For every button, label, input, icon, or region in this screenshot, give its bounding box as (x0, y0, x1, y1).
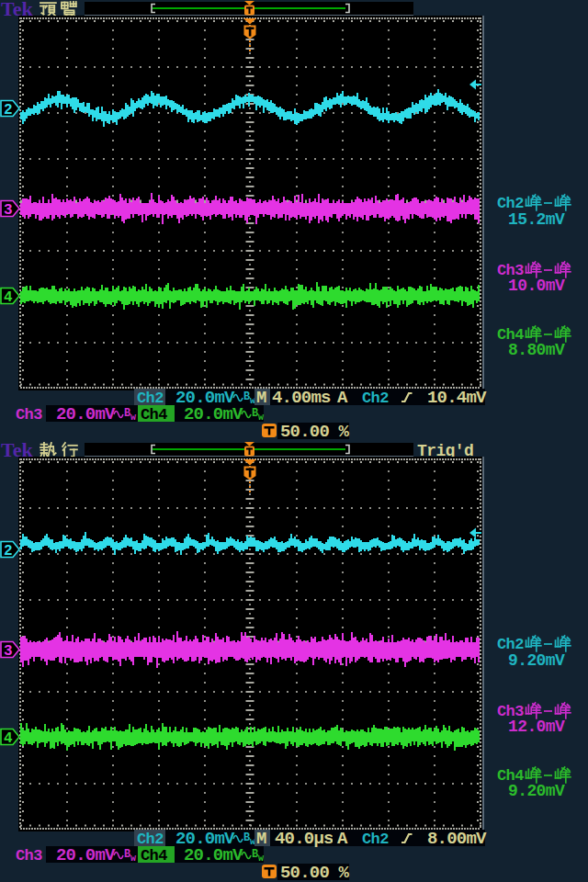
svg-text:Ch2: Ch2 (137, 831, 164, 848)
svg-text:15.2mV: 15.2mV (508, 210, 565, 229)
svg-text:8.80mV: 8.80mV (508, 341, 565, 359)
svg-text:10.0mV: 10.0mV (508, 277, 565, 295)
svg-text:12.0mV: 12.0mV (508, 718, 565, 736)
svg-text:Ch3: Ch3 (16, 847, 42, 865)
svg-text:w: w (130, 413, 136, 423)
svg-text:w: w (130, 854, 136, 864)
svg-text:40.0µs: 40.0µs (275, 829, 334, 849)
svg-text:Ch3: Ch3 (16, 406, 42, 424)
svg-text:9.20mV: 9.20mV (508, 782, 565, 800)
svg-text:A: A (337, 829, 348, 849)
svg-text:8.00mV: 8.00mV (427, 829, 487, 849)
svg-text:Ch2: Ch2 (362, 390, 389, 407)
svg-text:w: w (258, 413, 264, 423)
svg-text:20.0mV: 20.0mV (56, 845, 116, 865)
svg-text:20.0mV: 20.0mV (56, 404, 116, 424)
svg-text:M: M (256, 829, 266, 849)
svg-text:w: w (258, 854, 264, 864)
svg-text:Ch4: Ch4 (141, 406, 167, 424)
svg-text:3: 3 (4, 202, 13, 219)
svg-text:10.4mV: 10.4mV (427, 388, 487, 408)
svg-text:4: 4 (4, 289, 13, 306)
svg-text:Ch4: Ch4 (141, 847, 167, 865)
svg-text:20.0mV: 20.0mV (184, 845, 243, 865)
svg-text:Ch2: Ch2 (362, 831, 389, 848)
svg-text:4: 4 (4, 730, 13, 747)
svg-text:2: 2 (4, 102, 13, 119)
svg-text:9.20mV: 9.20mV (508, 651, 565, 670)
svg-text:Ch2: Ch2 (137, 390, 164, 407)
svg-text:50.00 %: 50.00 % (280, 422, 350, 442)
svg-text:4.00ms: 4.00ms (272, 388, 331, 408)
svg-text:3: 3 (4, 643, 13, 660)
svg-text:20.0mV: 20.0mV (184, 404, 243, 424)
svg-text:50.00 %: 50.00 % (280, 863, 350, 882)
svg-text:M: M (256, 388, 266, 408)
svg-text:A: A (337, 388, 348, 408)
svg-text:2: 2 (4, 543, 13, 560)
